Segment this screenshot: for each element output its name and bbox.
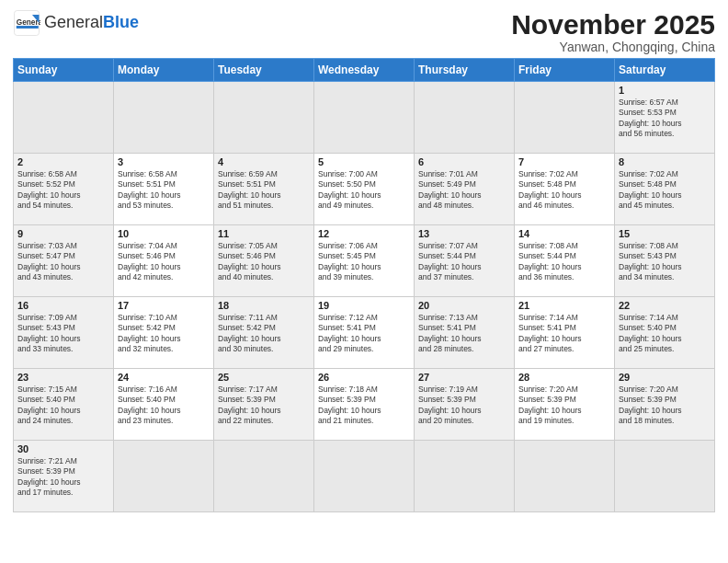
- day-cell: [114, 82, 214, 154]
- week-row-6: 30Sunrise: 7:21 AMSunset: 5:39 PMDayligh…: [14, 441, 715, 512]
- weekday-monday: Monday: [114, 59, 214, 82]
- day-info: Sunrise: 7:00 AMSunset: 5:50 PMDaylight:…: [318, 169, 410, 212]
- day-info: Sunrise: 7:06 AMSunset: 5:45 PMDaylight:…: [318, 241, 410, 283]
- day-number: 6: [418, 156, 510, 167]
- day-cell: 6Sunrise: 7:01 AMSunset: 5:49 PMDaylight…: [415, 154, 515, 225]
- location: Yanwan, Chongqing, China: [511, 40, 715, 54]
- day-number: 12: [318, 228, 410, 239]
- day-number: 22: [619, 300, 711, 311]
- day-cell: [314, 441, 415, 512]
- weekday-wednesday: Wednesday: [314, 59, 415, 82]
- day-cell: 29Sunrise: 7:20 AMSunset: 5:39 PMDayligh…: [615, 369, 715, 441]
- day-cell: 28Sunrise: 7:20 AMSunset: 5:39 PMDayligh…: [515, 369, 615, 441]
- day-cell: 15Sunrise: 7:08 AMSunset: 5:43 PMDayligh…: [615, 225, 715, 297]
- day-info: Sunrise: 7:02 AMSunset: 5:48 PMDaylight:…: [619, 169, 711, 212]
- week-row-1: 1Sunrise: 6:57 AMSunset: 5:53 PMDaylight…: [14, 82, 715, 154]
- day-cell: [314, 82, 415, 154]
- day-number: 30: [17, 443, 109, 454]
- day-info: Sunrise: 7:09 AMSunset: 5:43 PMDaylight:…: [17, 313, 109, 355]
- day-cell: 13Sunrise: 7:07 AMSunset: 5:44 PMDayligh…: [415, 225, 515, 297]
- weekday-sunday: Sunday: [14, 59, 114, 82]
- day-cell: 14Sunrise: 7:08 AMSunset: 5:44 PMDayligh…: [515, 225, 615, 297]
- day-info: Sunrise: 7:19 AMSunset: 5:39 PMDaylight:…: [418, 385, 510, 427]
- day-number: 8: [619, 156, 711, 167]
- day-cell: 9Sunrise: 7:03 AMSunset: 5:47 PMDaylight…: [14, 225, 114, 297]
- day-number: 27: [418, 372, 510, 383]
- day-info: Sunrise: 7:11 AMSunset: 5:42 PMDaylight:…: [218, 313, 310, 355]
- day-cell: [214, 82, 314, 154]
- day-info: Sunrise: 7:08 AMSunset: 5:44 PMDaylight:…: [518, 241, 610, 283]
- day-number: 24: [118, 372, 210, 383]
- day-info: Sunrise: 6:59 AMSunset: 5:51 PMDaylight:…: [218, 169, 310, 212]
- weekday-friday: Friday: [515, 59, 615, 82]
- day-number: 7: [518, 156, 610, 167]
- day-info: Sunrise: 7:21 AMSunset: 5:39 PMDaylight:…: [17, 456, 109, 499]
- day-cell: 16Sunrise: 7:09 AMSunset: 5:43 PMDayligh…: [14, 297, 114, 369]
- day-info: Sunrise: 7:04 AMSunset: 5:46 PMDaylight:…: [118, 241, 210, 283]
- day-cell: 27Sunrise: 7:19 AMSunset: 5:39 PMDayligh…: [415, 369, 515, 441]
- logo-icon: General: [13, 9, 40, 37]
- svg-rect-3: [17, 26, 39, 29]
- day-number: 2: [17, 156, 109, 167]
- day-number: 10: [118, 228, 210, 239]
- day-number: 29: [619, 372, 711, 383]
- day-info: Sunrise: 7:17 AMSunset: 5:39 PMDaylight:…: [218, 385, 310, 427]
- day-info: Sunrise: 6:58 AMSunset: 5:52 PMDaylight:…: [17, 169, 109, 212]
- day-cell: 21Sunrise: 7:14 AMSunset: 5:41 PMDayligh…: [515, 297, 615, 369]
- day-info: Sunrise: 7:01 AMSunset: 5:49 PMDaylight:…: [418, 169, 510, 212]
- day-cell: 26Sunrise: 7:18 AMSunset: 5:39 PMDayligh…: [314, 369, 415, 441]
- day-cell: 19Sunrise: 7:12 AMSunset: 5:41 PMDayligh…: [314, 297, 415, 369]
- day-number: 11: [218, 228, 310, 239]
- weekday-header-row: SundayMondayTuesdayWednesdayThursdayFrid…: [14, 59, 715, 82]
- week-row-2: 2Sunrise: 6:58 AMSunset: 5:52 PMDaylight…: [14, 154, 715, 225]
- day-number: 20: [418, 300, 510, 311]
- week-row-5: 23Sunrise: 7:15 AMSunset: 5:40 PMDayligh…: [14, 369, 715, 441]
- month-title: November 2025: [511, 9, 715, 40]
- weekday-thursday: Thursday: [415, 59, 515, 82]
- day-number: 19: [318, 300, 410, 311]
- day-number: 13: [418, 228, 510, 239]
- day-number: 15: [619, 228, 711, 239]
- title-block: November 2025 Yanwan, Chongqing, China: [511, 9, 715, 54]
- day-info: Sunrise: 7:05 AMSunset: 5:46 PMDaylight:…: [218, 241, 310, 283]
- day-cell: [114, 441, 214, 512]
- day-number: 16: [17, 300, 109, 311]
- logo-text: GeneralBlue: [44, 14, 139, 32]
- day-info: Sunrise: 7:18 AMSunset: 5:39 PMDaylight:…: [318, 385, 410, 427]
- day-number: 1: [619, 85, 711, 96]
- day-info: Sunrise: 7:20 AMSunset: 5:39 PMDaylight:…: [518, 385, 610, 427]
- day-info: Sunrise: 7:12 AMSunset: 5:41 PMDaylight:…: [318, 313, 410, 355]
- weekday-saturday: Saturday: [615, 59, 715, 82]
- day-number: 3: [118, 156, 210, 167]
- day-info: Sunrise: 6:57 AMSunset: 5:53 PMDaylight:…: [619, 98, 711, 140]
- day-number: 18: [218, 300, 310, 311]
- day-cell: 11Sunrise: 7:05 AMSunset: 5:46 PMDayligh…: [214, 225, 314, 297]
- day-cell: 2Sunrise: 6:58 AMSunset: 5:52 PMDaylight…: [14, 154, 114, 225]
- day-number: 21: [518, 300, 610, 311]
- day-cell: 4Sunrise: 6:59 AMSunset: 5:51 PMDaylight…: [214, 154, 314, 225]
- day-info: Sunrise: 7:16 AMSunset: 5:40 PMDaylight:…: [118, 385, 210, 427]
- day-cell: 30Sunrise: 7:21 AMSunset: 5:39 PMDayligh…: [14, 441, 114, 512]
- day-info: Sunrise: 7:08 AMSunset: 5:43 PMDaylight:…: [619, 241, 711, 283]
- day-cell: 17Sunrise: 7:10 AMSunset: 5:42 PMDayligh…: [114, 297, 214, 369]
- day-number: 4: [218, 156, 310, 167]
- day-info: Sunrise: 7:14 AMSunset: 5:40 PMDaylight:…: [619, 313, 711, 355]
- day-cell: 5Sunrise: 7:00 AMSunset: 5:50 PMDaylight…: [314, 154, 415, 225]
- day-cell: 12Sunrise: 7:06 AMSunset: 5:45 PMDayligh…: [314, 225, 415, 297]
- day-info: Sunrise: 7:03 AMSunset: 5:47 PMDaylight:…: [17, 241, 109, 283]
- day-cell: [415, 441, 515, 512]
- day-number: 5: [318, 156, 410, 167]
- day-cell: 20Sunrise: 7:13 AMSunset: 5:41 PMDayligh…: [415, 297, 515, 369]
- day-cell: 8Sunrise: 7:02 AMSunset: 5:48 PMDaylight…: [615, 154, 715, 225]
- day-info: Sunrise: 7:14 AMSunset: 5:41 PMDaylight:…: [518, 313, 610, 355]
- day-cell: 25Sunrise: 7:17 AMSunset: 5:39 PMDayligh…: [214, 369, 314, 441]
- calendar: SundayMondayTuesdayWednesdayThursdayFrid…: [13, 58, 715, 512]
- day-cell: [214, 441, 314, 512]
- day-cell: 24Sunrise: 7:16 AMSunset: 5:40 PMDayligh…: [114, 369, 214, 441]
- day-cell: 10Sunrise: 7:04 AMSunset: 5:46 PMDayligh…: [114, 225, 214, 297]
- day-info: Sunrise: 7:02 AMSunset: 5:48 PMDaylight:…: [518, 169, 610, 212]
- day-number: 23: [17, 372, 109, 383]
- day-info: Sunrise: 7:13 AMSunset: 5:41 PMDaylight:…: [418, 313, 510, 355]
- day-cell: 7Sunrise: 7:02 AMSunset: 5:48 PMDaylight…: [515, 154, 615, 225]
- day-info: Sunrise: 6:58 AMSunset: 5:51 PMDaylight:…: [118, 169, 210, 212]
